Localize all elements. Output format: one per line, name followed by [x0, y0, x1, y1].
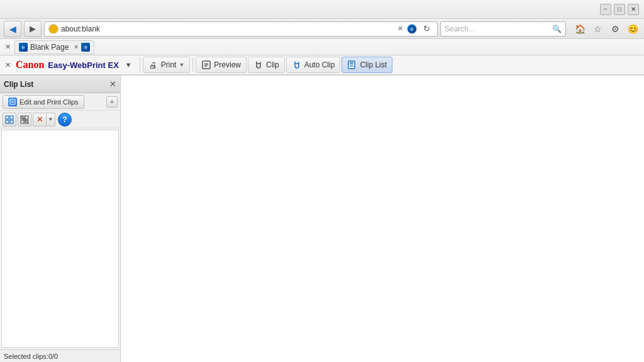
edit-print-icon [8, 98, 17, 106]
select-all-button[interactable] [3, 113, 16, 127]
toolbar-separator-2 [192, 58, 193, 72]
autoclip-label: Auto Clip [304, 60, 335, 69]
edit-print-clips-button[interactable]: Edit and Print Clips [3, 95, 84, 109]
clip-panel-title: Clip List [4, 80, 33, 89]
search-button[interactable]: 🔍 [552, 25, 562, 33]
svg-rect-13 [6, 116, 9, 119]
preview-icon [201, 60, 211, 70]
expand-panel-button[interactable]: » [106, 96, 118, 108]
delete-button-group: ✕ ▼ [33, 113, 55, 127]
search-placeholder: Search... [445, 25, 550, 33]
tab-label: Blank Page [30, 43, 69, 52]
address-bar-input-wrap: about:blank ✕ e ↻ [44, 21, 438, 37]
back-button[interactable]: ◀ [4, 21, 21, 37]
settings-button[interactable]: ⚙ [608, 21, 623, 37]
address-bar: ◀ ▶ about:blank ✕ e ↻ Search... 🔍 🏠 ☆ ⚙ … [0, 19, 644, 39]
print-icon: 🖨 [148, 60, 158, 70]
tab-blank-page[interactable]: e Blank Page ✕ e [14, 40, 94, 54]
address-close-icon[interactable]: ✕ [396, 25, 404, 33]
cliplist-button[interactable]: Clip List [341, 57, 392, 73]
clip-panel-close-button[interactable]: ✕ [109, 79, 116, 89]
close-button[interactable]: ✕ [628, 4, 639, 15]
svg-line-21 [21, 116, 28, 123]
clip-icon [253, 60, 264, 70]
tab-bar: ✕ e Blank Page ✕ e [0, 39, 644, 55]
svg-rect-14 [10, 116, 13, 119]
clip-label: Clip [266, 60, 279, 69]
web-content-area [121, 76, 644, 362]
svg-rect-15 [6, 120, 9, 123]
address-site-icon [48, 24, 58, 34]
refresh-button[interactable]: ↻ [419, 22, 433, 36]
deselect-button[interactable] [18, 113, 31, 127]
preview-label: Preview [214, 60, 241, 69]
print-label: Print [161, 60, 177, 69]
help-button[interactable]: ? [58, 113, 72, 127]
plugin-bar-close[interactable]: ✕ [5, 61, 11, 69]
tab-favicon: e [19, 43, 28, 52]
restore-button[interactable]: □ [614, 4, 625, 15]
main-area: Clip List ✕ Edit and Print Clips » [0, 76, 644, 362]
clip-panel: Clip List ✕ Edit and Print Clips » [0, 76, 121, 362]
fav-bar-close[interactable]: ✕ [5, 43, 11, 51]
address-url[interactable]: about:blank [61, 25, 394, 33]
svg-rect-10 [10, 99, 15, 105]
preview-button[interactable]: Preview [196, 57, 247, 73]
autoclip-button[interactable]: Auto Clip [286, 57, 341, 73]
toolbar-separator-1 [140, 58, 140, 72]
delete-dropdown-button[interactable]: ▼ [47, 113, 55, 127]
nav-toolbar-right: 🏠 ☆ ⚙ 😊 [572, 21, 640, 37]
svg-rect-18 [25, 116, 28, 119]
minimize-button[interactable]: − [600, 4, 611, 15]
forward-button[interactable]: ▶ [24, 21, 42, 37]
title-bar: − □ ✕ [0, 0, 644, 19]
tab-ie-icon: e [81, 43, 90, 52]
search-bar: Search... 🔍 [440, 21, 566, 37]
clip-panel-toolbar-2: ✕ ▼ ? [0, 111, 120, 128]
delete-dropdown-icon: ▼ [48, 116, 53, 122]
smiley-button[interactable]: 😊 [625, 21, 640, 37]
clip-list-area[interactable] [1, 130, 119, 348]
print-button[interactable]: 🖨 Print ▼ [143, 57, 191, 73]
cliplist-icon [347, 60, 357, 70]
clip-button[interactable]: Clip [248, 57, 285, 73]
autoclip-icon [292, 60, 302, 70]
svg-rect-7 [350, 62, 353, 64]
title-bar-controls: − □ ✕ [600, 4, 639, 15]
clip-panel-footer: Selected clips:0/0 [0, 349, 120, 362]
print-arrow: ▼ [179, 62, 184, 68]
plugin-title-arrow[interactable]: ▼ [125, 61, 132, 69]
canon-logo: Canon [16, 59, 44, 71]
svg-rect-16 [10, 120, 13, 123]
delete-icon: ✕ [36, 115, 43, 124]
home-button[interactable]: 🏠 [572, 21, 587, 37]
plugin-toolbar: ✕ Canon Easy-WebPrint EX ▼ 🖨 Print ▼ Pre… [0, 55, 644, 76]
clip-panel-toolbar-1: Edit and Print Clips » [0, 93, 120, 111]
address-ie-icon: e [407, 24, 417, 34]
svg-rect-19 [21, 120, 24, 123]
tab-close-icon[interactable]: ✕ [74, 43, 79, 50]
edit-print-clips-label: Edit and Print Clips [19, 98, 79, 106]
cliplist-label: Clip List [360, 60, 387, 69]
favorites-button[interactable]: ☆ [590, 21, 605, 37]
selected-clips-status: Selected clips:0/0 [4, 353, 58, 360]
delete-button[interactable]: ✕ [33, 113, 47, 127]
clip-panel-header: Clip List ✕ [0, 76, 120, 93]
plugin-title: Easy-WebPrint EX [48, 60, 118, 70]
